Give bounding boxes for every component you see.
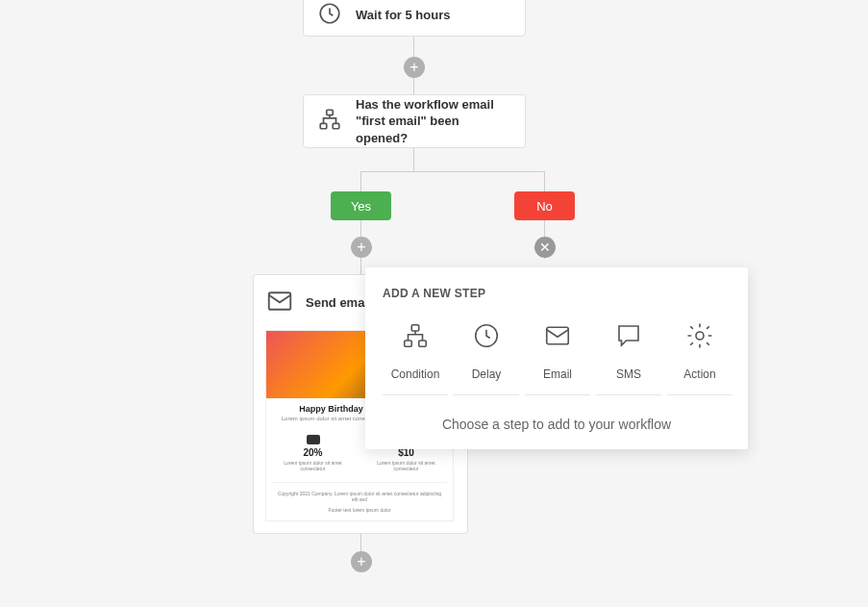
popover-hint: Choose a step to add to your workflow — [383, 417, 731, 432]
branch-yes-label: Yes — [351, 199, 371, 214]
svg-rect-4 — [269, 292, 291, 310]
wait-node-label: Wait for 5 hours — [356, 7, 450, 24]
option-delay[interactable]: Delay — [454, 317, 519, 395]
branch-yes[interactable]: Yes — [331, 191, 391, 220]
add-step-button-after-email[interactable]: + — [351, 551, 372, 572]
clock-icon — [317, 1, 342, 30]
svg-rect-1 — [327, 110, 334, 114]
branch-no[interactable]: No — [514, 191, 575, 220]
svg-rect-2 — [320, 123, 327, 128]
truck-icon — [307, 435, 320, 444]
option-label: Email — [543, 367, 572, 381]
branch-no-label: No — [536, 199, 553, 214]
connector — [360, 171, 361, 191]
email-col1-value: 20% — [272, 447, 354, 458]
mail-icon — [543, 321, 572, 354]
speech-bubble-icon — [614, 321, 643, 354]
branch-icon — [401, 321, 430, 354]
option-label: Condition — [391, 367, 440, 381]
add-step-button[interactable]: + — [404, 57, 425, 78]
option-label: SMS — [616, 367, 641, 381]
branch-icon — [317, 107, 342, 136]
svg-point-10 — [696, 332, 704, 340]
email-footer-1: Copyright 2021 Company. Lorem ipsum dolo… — [266, 485, 453, 505]
add-step-button-yes[interactable]: + — [351, 237, 372, 258]
close-branch-button[interactable]: ✕ — [534, 237, 556, 258]
option-label: Delay — [472, 367, 502, 381]
option-sms[interactable]: SMS — [596, 317, 661, 395]
option-label: Action — [683, 367, 715, 381]
svg-rect-7 — [419, 341, 427, 346]
condition-node[interactable]: Has the workflow email "first email" bee… — [303, 94, 526, 148]
mail-icon — [265, 287, 294, 318]
option-action[interactable]: Action — [667, 317, 732, 395]
clock-icon — [472, 321, 501, 354]
svg-rect-9 — [547, 327, 569, 344]
option-email[interactable]: Email — [525, 317, 590, 395]
svg-rect-6 — [405, 341, 412, 346]
svg-rect-3 — [333, 123, 339, 128]
option-condition[interactable]: Condition — [383, 317, 448, 395]
add-step-popover: ADD A NEW STEP Condition Delay E — [365, 267, 748, 449]
email-col1-text: Lorem ipsum dolor sit amet consectetur — [272, 460, 354, 472]
connector — [360, 171, 545, 172]
popover-title: ADD A NEW STEP — [383, 287, 731, 300]
email-col2-text: Lorem ipsum dolor sit amet consectetur — [365, 460, 447, 472]
connector — [544, 171, 545, 191]
email-footer-2: Footer text lorem ipsum dolor — [266, 505, 453, 520]
condition-node-label: Has the workflow email "first email" bee… — [356, 96, 511, 147]
connector — [413, 148, 414, 171]
svg-rect-5 — [411, 325, 419, 331]
wait-node[interactable]: Wait for 5 hours — [303, 0, 526, 37]
gear-icon — [685, 321, 714, 354]
